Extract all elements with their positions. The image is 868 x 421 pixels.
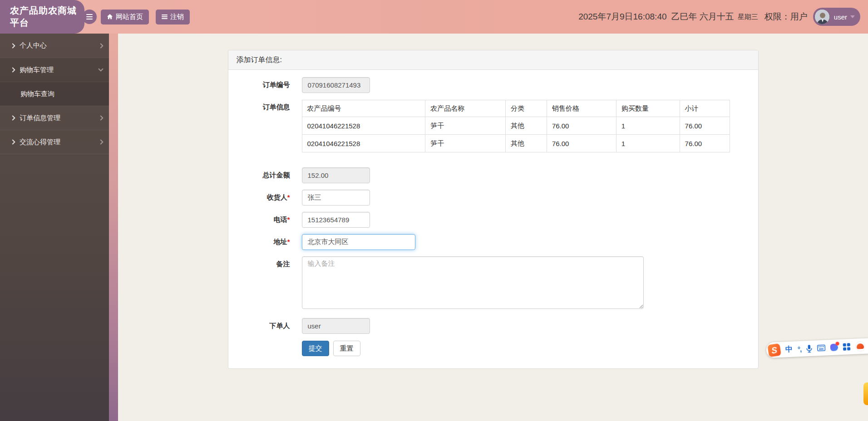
avatar (814, 9, 830, 24)
cell-price: 76.00 (547, 135, 616, 152)
ime-chinese-mode-toggle[interactable]: 中 (785, 344, 793, 354)
ime-toolbox-icon[interactable] (843, 343, 851, 351)
receiver-input[interactable] (302, 190, 370, 206)
remark-row: 备注 (230, 256, 746, 311)
total-amount-row: 总计金额 (230, 167, 746, 183)
chevron-right-icon (98, 139, 103, 144)
logout-button[interactable]: 注销 (156, 10, 190, 24)
home-button-label: 网站首页 (116, 13, 143, 21)
chevron-down-icon (850, 15, 855, 18)
orderer-input[interactable] (302, 318, 370, 334)
form-buttons: 提交 重置 (302, 341, 746, 356)
table-header-row: 农产品编号 农产品名称 分类 销售价格 购买数量 小计 (302, 100, 730, 117)
phone-row: 电话* (230, 212, 746, 228)
sidebar-item-personal-center[interactable]: 个人中心 (0, 34, 109, 58)
phone-label: 电话* (230, 212, 290, 224)
column-header: 分类 (506, 100, 547, 117)
sidebar-item-cart-management[interactable]: 购物车管理 (0, 58, 109, 82)
sidebar-item-label: 购物车查询 (20, 90, 103, 98)
cell-subtotal: 76.00 (680, 135, 730, 152)
sidebar-item-exchange-management[interactable]: 交流心得管理 (0, 130, 109, 154)
main-content: 添加订单信息: 订单编号 订单信息 农产品编号 农产品名称 分 (118, 34, 868, 421)
hamburger-icon (86, 16, 93, 17)
cell-product-no: 02041046221528 (302, 117, 425, 135)
cell-quantity: 1 (616, 135, 680, 152)
add-order-form: 订单编号 订单信息 农产品编号 农产品名称 分类 销售价格 (228, 70, 758, 368)
required-asterisk: * (287, 238, 290, 245)
cell-category: 其他 (506, 135, 547, 152)
column-header: 购买数量 (616, 100, 680, 117)
sidebar-item-label: 订单信息管理 (20, 114, 99, 122)
address-row: 地址* (230, 234, 746, 250)
phone-input[interactable] (302, 212, 370, 228)
home-button[interactable]: 网站首页 (101, 10, 149, 24)
address-label: 地址* (230, 234, 290, 246)
remark-label: 备注 (230, 256, 290, 269)
submit-button[interactable]: 提交 (302, 341, 329, 356)
orderer-row: 下单人 (230, 318, 746, 334)
sidebar-menu: 个人中心 购物车管理 购物车查询 订单信息管理 交流心得管理 (0, 34, 109, 154)
sogou-logo-icon[interactable]: S (767, 343, 781, 357)
navbar-right: 2025年7月9日16:08:40 乙巳年 六月十五 星期三 权限：用户 use… (578, 8, 868, 26)
ime-emoji-icon[interactable] (855, 341, 865, 352)
cell-category: 其他 (506, 117, 547, 135)
chevron-right-icon (10, 115, 15, 120)
keyboard-icon[interactable] (817, 345, 826, 352)
column-header: 农产品编号 (302, 100, 425, 117)
chevron-right-icon (98, 115, 103, 120)
sidebar-item-label: 个人中心 (20, 41, 99, 50)
microphone-icon[interactable] (806, 344, 813, 352)
cell-product-name: 笋干 (425, 135, 506, 152)
order-items-table: 农产品编号 农产品名称 分类 销售价格 购买数量 小计 020410462215… (302, 100, 730, 152)
order-info-row: 订单信息 农产品编号 农产品名称 分类 销售价格 购买数量 小计 (230, 99, 746, 152)
order-info-label: 订单信息 (230, 99, 290, 112)
required-asterisk: * (287, 193, 290, 201)
column-header: 农产品名称 (425, 100, 506, 117)
required-asterisk: * (287, 215, 290, 223)
address-input[interactable] (302, 234, 415, 250)
chevron-right-icon (10, 139, 15, 144)
chevron-right-icon (10, 43, 15, 48)
order-number-input[interactable] (302, 77, 370, 93)
order-number-row: 订单编号 (230, 77, 746, 93)
reset-button[interactable]: 重置 (333, 341, 360, 356)
sidebar-item-label: 购物车管理 (20, 66, 99, 74)
user-menu[interactable]: user (813, 8, 860, 26)
chevron-right-icon (98, 43, 103, 48)
cell-quantity: 1 (616, 117, 680, 135)
panel-title: 添加订单信息: (228, 50, 758, 70)
remark-textarea[interactable] (302, 256, 644, 309)
sidebar-toggle-button[interactable] (82, 10, 97, 24)
receiver-row: 收货人* (230, 190, 746, 206)
order-number-label: 订单编号 (230, 77, 290, 89)
table-row: 02041046221528 笋干 其他 76.00 1 76.00 (302, 135, 730, 152)
ime-skin-icon[interactable] (830, 343, 838, 351)
brand-title: 农产品助农商城平台 (0, 0, 84, 34)
chevron-right-icon (10, 67, 15, 72)
cell-product-no: 02041046221528 (302, 135, 425, 152)
list-icon (162, 16, 168, 17)
total-amount-input[interactable] (302, 167, 370, 183)
column-header: 销售价格 (547, 100, 616, 117)
orderer-label: 下单人 (230, 318, 290, 330)
add-order-panel: 添加订单信息: 订单编号 订单信息 农产品编号 农产品名称 分 (228, 50, 759, 369)
top-navbar: 农产品助农商城平台 网站首页 注销 2025年7月9日16:08:40 乙巳年 … (0, 0, 868, 34)
total-amount-label: 总计金额 (230, 167, 290, 180)
home-icon (107, 14, 113, 20)
chevron-down-icon (98, 66, 103, 71)
receiver-label: 收货人* (230, 190, 290, 202)
sidebar-item-order-management[interactable]: 订单信息管理 (0, 106, 109, 130)
sidebar-item-cart-query[interactable]: 购物车查询 (0, 82, 109, 106)
role-text: 权限：用户 (764, 11, 808, 23)
edge-handle-widget[interactable] (863, 382, 868, 405)
table-row: 02041046221528 笋干 其他 76.00 1 76.00 (302, 117, 730, 135)
sidebar-gradient-strip (109, 34, 118, 421)
datetime-text: 2025年7月9日16:08:40 (578, 11, 666, 23)
column-header: 小计 (680, 100, 730, 117)
logout-button-label: 注销 (170, 13, 184, 21)
sidebar: 个人中心 购物车管理 购物车查询 订单信息管理 交流心得管理 (0, 34, 109, 421)
weekday-text: 星期三 (738, 13, 758, 21)
ime-punctuation-toggle[interactable]: °, (798, 345, 802, 352)
username-text: user (834, 13, 847, 21)
cell-subtotal: 76.00 (680, 117, 730, 135)
